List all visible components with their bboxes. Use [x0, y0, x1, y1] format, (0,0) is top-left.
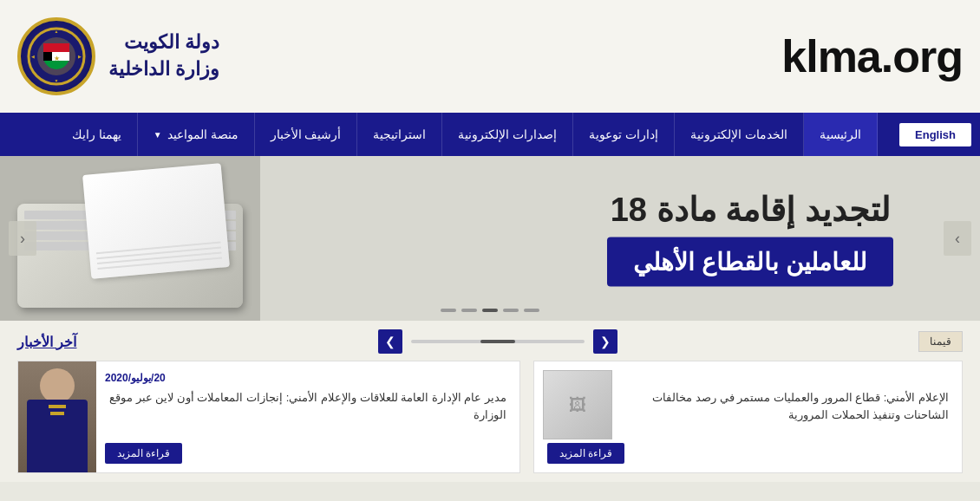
- news-progress-indicator: [480, 340, 515, 343]
- header-title-line1: دولة الكويت: [108, 29, 219, 56]
- news-navigation: ❮ ❯: [378, 329, 617, 354]
- news-card-2-read-more[interactable]: قراءة المزيد: [105, 443, 182, 464]
- site-name: klma.org: [781, 30, 963, 82]
- news-section-title: آخر الأخبار: [17, 334, 76, 350]
- news-card-2-text: مدير عام الإدارة العامة للعلاقات والإعلا…: [105, 389, 506, 436]
- navbar: English الرئيسية الخدمات الإلكترونية إدا…: [0, 113, 980, 156]
- qimna-button[interactable]: قيمنا: [918, 331, 963, 352]
- nav-right: الرئيسية الخدمات الإلكترونية إدارات توعو…: [56, 113, 878, 156]
- banner-dots: [441, 309, 539, 312]
- banner-slider: لتجديد إقامة مادة 18 للعاملين بالقطاع ال…: [0, 156, 980, 321]
- banner-content: لتجديد إقامة مادة 18 للعاملين بالقطاع ال…: [607, 191, 893, 287]
- svg-rect-5: [43, 43, 69, 52]
- header: klma.org دولة الكويت وزارة الداخلية ★ ▲ …: [0, 0, 980, 113]
- banner-title-box: للعاملين بالقطاع الأهلي: [607, 237, 893, 287]
- banner-title-top: لتجديد إقامة مادة 18: [607, 191, 893, 229]
- news-card-1-image: 🖼: [543, 370, 612, 439]
- news-next-button[interactable]: ❯: [378, 329, 402, 354]
- news-cards-container: 🖼 20/يوليو/2020 الإعلام الأمني: قطاع الم…: [17, 361, 963, 473]
- banner-dot-2[interactable]: [503, 309, 519, 312]
- svg-text:★: ★: [54, 55, 60, 62]
- news-section: قيمنا ❮ ❯ آخر الأخبار 🖼 20/يوليو/2020 ال…: [0, 321, 980, 482]
- police-logo: ★ ▲ ▶ ▼ ◀: [17, 17, 95, 95]
- news-card-1: 🖼 20/يوليو/2020 الإعلام الأمني: قطاع الم…: [533, 361, 963, 473]
- news-card-1-read-more[interactable]: قراءة المزيد: [547, 443, 624, 464]
- banner-dot-4[interactable]: [461, 309, 477, 312]
- news-card-2-date: 20/يوليو/2020: [105, 372, 166, 384]
- header-logo-area: دولة الكويت وزارة الداخلية ★ ▲ ▶ ▼ ◀: [17, 17, 219, 95]
- header-title-line2: وزارة الداخلية: [108, 56, 219, 83]
- news-progress-bar-container: [411, 340, 585, 343]
- dropdown-arrow-icon: ▼: [154, 130, 162, 140]
- nav-item-archive[interactable]: أرشيف الأخبار: [255, 113, 358, 156]
- nav-left: English: [891, 123, 971, 146]
- banner-next-button[interactable]: ›: [944, 221, 971, 256]
- officer-photo: [18, 361, 96, 472]
- header-text: دولة الكويت وزارة الداخلية: [108, 29, 219, 83]
- nav-item-admin[interactable]: إدارات توعوية: [573, 113, 675, 156]
- nav-item-appointments-label: منصة المواعيد: [167, 127, 238, 141]
- nav-item-appointments[interactable]: منصة المواعيد ▼: [138, 113, 255, 156]
- nav-item-strategy[interactable]: استراتيجية: [357, 113, 442, 156]
- svg-text:▲: ▲: [55, 29, 59, 34]
- banner-dot-5[interactable]: [441, 309, 456, 312]
- english-button[interactable]: English: [899, 123, 971, 146]
- banner-background: [0, 156, 260, 321]
- news-prev-button[interactable]: ❮: [593, 329, 617, 354]
- svg-rect-4: [43, 52, 52, 61]
- side-blue-bar: [9, 113, 43, 156]
- banner-dot-3[interactable]: [482, 309, 498, 312]
- news-card-2: 20/يوليو/2020 مدير عام الإدارة العامة لل…: [17, 361, 520, 473]
- nav-item-feedback[interactable]: يهمنا رايك: [56, 113, 138, 156]
- svg-text:◀: ◀: [31, 54, 35, 59]
- banner-prev-button[interactable]: ‹: [9, 221, 36, 256]
- keyboard-visual: [17, 169, 243, 308]
- nav-item-eservices[interactable]: الخدمات الإلكترونية: [675, 113, 804, 156]
- banner-dot-1[interactable]: [524, 309, 539, 312]
- svg-text:▼: ▼: [55, 78, 59, 83]
- svg-text:▶: ▶: [78, 54, 82, 59]
- news-header: قيمنا ❮ ❯ آخر الأخبار: [17, 329, 963, 354]
- nav-item-home[interactable]: الرئيسية: [804, 113, 878, 156]
- nav-item-publications[interactable]: إصدارات الإلكترونية: [442, 113, 573, 156]
